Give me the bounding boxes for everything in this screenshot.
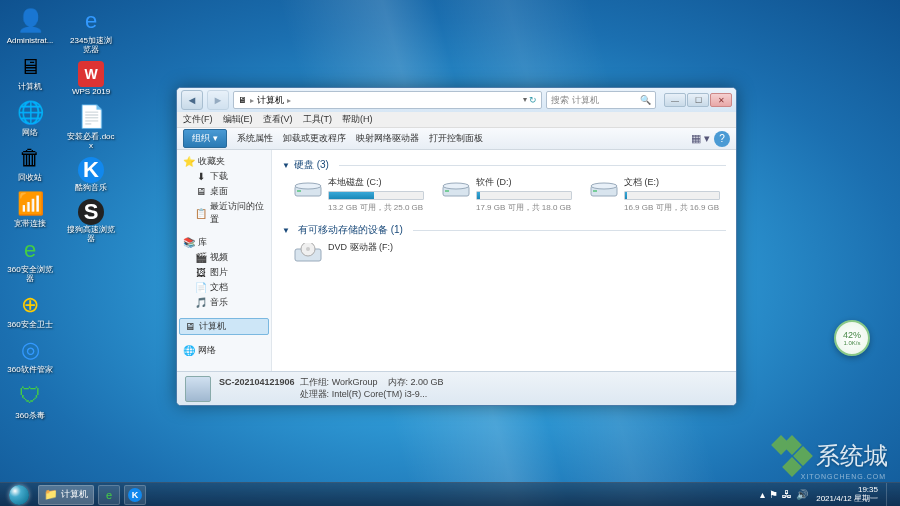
toolbar-properties[interactable]: 系统属性 (237, 132, 273, 145)
sidebar-network[interactable]: 🌐网络 (179, 343, 269, 358)
menu-tools[interactable]: 工具(T) (303, 113, 333, 126)
desktop-icon-360browser[interactable]: e360安全浏览器 (4, 233, 56, 286)
menu-edit[interactable]: 编辑(E) (223, 113, 253, 126)
drive-e[interactable]: 文档 (E:) 16.9 GB 可用，共 16.9 GB (590, 176, 720, 213)
help-icon[interactable]: ? (714, 131, 730, 147)
taskbar-pin-browser[interactable]: e (98, 485, 120, 505)
show-desktop-button[interactable] (886, 483, 894, 507)
desktop-icon-sogou[interactable]: S搜狗高速浏览器 (65, 197, 117, 246)
chevron-right-icon: ▸ (287, 96, 291, 105)
desktop-icon-admin[interactable]: 👤Administrat... (4, 4, 56, 48)
drive-usage-bar (624, 191, 720, 200)
menu-help[interactable]: 帮助(H) (342, 113, 373, 126)
computer-icon: 🖥 (184, 321, 196, 333)
taskbar-pin-kugou[interactable]: K (124, 485, 146, 505)
toolbar-control-panel[interactable]: 打开控制面板 (429, 132, 483, 145)
desktop-icon-recycle[interactable]: 🗑回收站 (4, 141, 56, 185)
organize-button[interactable]: 组织 ▾ (183, 129, 227, 148)
drive-capacity: 16.9 GB 可用，共 16.9 GB (624, 202, 720, 213)
wps-icon: W (78, 61, 104, 87)
sidebar-videos[interactable]: 🎬视频 (179, 250, 269, 265)
svg-rect-1 (297, 190, 301, 192)
maximize-button[interactable]: ☐ (687, 93, 709, 107)
refresh-icon[interactable]: ↻ (529, 95, 537, 105)
desktop-icon-360safe[interactable]: ⊕360安全卫士 (4, 288, 56, 332)
desktop-icon-360av[interactable]: 🛡360杀毒 (4, 379, 56, 423)
desktop-icon-network[interactable]: 🌐网络 (4, 96, 56, 140)
download-icon: ⬇ (195, 171, 207, 183)
search-placeholder: 搜索 计算机 (551, 94, 599, 107)
music-icon: K (78, 157, 104, 183)
shield-icon: ⊕ (15, 290, 45, 320)
hdd-icon (442, 176, 470, 200)
triangle-down-icon: ▼ (282, 226, 290, 235)
desktop-icon-2345[interactable]: e2345加速浏览器 (65, 4, 117, 57)
sidebar-music[interactable]: 🎵音乐 (179, 295, 269, 310)
drive-d[interactable]: 软件 (D:) 17.9 GB 可用，共 18.0 GB (442, 176, 572, 213)
explorer-window: ◄ ► 🖥 ▸ 计算机 ▸ ▾ ↻ 搜索 计算机 🔍 — ☐ ✕ 文件(F) 编… (176, 87, 737, 406)
desktop: 👤Administrat... 🖥计算机 🌐网络 🗑回收站 📶宽带连接 e360… (4, 4, 124, 474)
svg-point-8 (591, 183, 617, 189)
drive-dvd[interactable]: DVD 驱动器 (F:) (294, 241, 424, 265)
desktop-icon-wps[interactable]: WWPS 2019 (65, 59, 117, 99)
sidebar-documents[interactable]: 📄文档 (179, 280, 269, 295)
picture-icon: 🖼 (195, 267, 207, 279)
menu-view[interactable]: 查看(V) (263, 113, 293, 126)
library-icon: 📚 (183, 237, 195, 249)
sidebar-libraries[interactable]: 📚库 (179, 235, 269, 250)
start-button[interactable] (2, 484, 36, 506)
speed-widget[interactable]: 42% 1.0K/s (834, 320, 870, 356)
drive-capacity: 13.2 GB 可用，共 25.0 GB (328, 202, 424, 213)
sidebar-favorites[interactable]: ⭐收藏夹 (179, 154, 269, 169)
taskbar-clock[interactable]: 19:35 2021/4/12 星期一 (812, 486, 882, 504)
drive-c[interactable]: 本地磁盘 (C:) 13.2 GB 可用，共 25.0 GB (294, 176, 424, 213)
content-pane: ▼硬盘 (3) 本地磁盘 (C:) 13.2 GB 可用，共 25.0 GB 软… (272, 150, 736, 371)
back-button[interactable]: ◄ (181, 90, 203, 110)
volume-icon[interactable]: 🔊 (796, 489, 808, 500)
triangle-down-icon: ▼ (282, 161, 290, 170)
svg-rect-4 (445, 190, 449, 192)
recent-icon: 📋 (195, 207, 207, 219)
system-tray: ▴ ⚑ 🖧 🔊 19:35 2021/4/12 星期一 (756, 483, 898, 507)
watermark: 系统城 (774, 438, 888, 474)
gear-icon: ◎ (15, 335, 45, 365)
sidebar-downloads[interactable]: ⬇下载 (179, 169, 269, 184)
drive-capacity: 17.9 GB 可用，共 18.0 GB (476, 202, 572, 213)
close-button[interactable]: ✕ (710, 93, 732, 107)
search-input[interactable]: 搜索 计算机 🔍 (546, 91, 656, 109)
menu-file[interactable]: 文件(F) (183, 113, 213, 126)
flag-icon[interactable]: ⚑ (769, 489, 778, 500)
music-icon: K (128, 488, 142, 502)
address-segment[interactable]: 计算机 (257, 94, 284, 107)
category-hdd[interactable]: ▼硬盘 (3) (282, 158, 726, 172)
network-icon[interactable]: 🖧 (782, 489, 792, 500)
clock-date: 2021/4/12 星期一 (816, 495, 878, 504)
network-icon: 🌐 (15, 98, 45, 128)
music-icon: 🎵 (195, 297, 207, 309)
minimize-button[interactable]: — (664, 93, 686, 107)
taskbar-app-explorer[interactable]: 📁计算机 (38, 485, 94, 505)
desktop-icon-computer[interactable]: 🖥计算机 (4, 50, 56, 94)
category-removable[interactable]: ▼有可移动存储的设备 (1) (282, 223, 726, 237)
forward-button[interactable]: ► (207, 90, 229, 110)
watermark-text: 系统城 (816, 440, 888, 472)
sidebar-pictures[interactable]: 🖼图片 (179, 265, 269, 280)
desktop-icon-doc[interactable]: 📄安装必看.docx (65, 100, 117, 153)
view-options-icon[interactable]: ▦ ▾ (691, 132, 710, 145)
address-bar[interactable]: 🖥 ▸ 计算机 ▸ ▾ ↻ (233, 91, 542, 109)
sidebar-computer[interactable]: 🖥计算机 (179, 318, 269, 335)
toolbar-uninstall[interactable]: 卸载或更改程序 (283, 132, 346, 145)
drive-usage-bar (328, 191, 424, 200)
sidebar-recent[interactable]: 📋最近访问的位置 (179, 199, 269, 227)
computer-icon: 🖥 (238, 95, 247, 105)
toolbar-map-drive[interactable]: 映射网络驱动器 (356, 132, 419, 145)
desktop-icon-360soft[interactable]: ◎360软件管家 (4, 333, 56, 377)
hdd-icon (590, 176, 618, 200)
tray-up-icon[interactable]: ▴ (760, 489, 765, 500)
dropdown-icon[interactable]: ▾ (523, 95, 527, 105)
desktop-icon-broadband[interactable]: 📶宽带连接 (4, 187, 56, 231)
sidebar-desktop[interactable]: 🖥桌面 (179, 184, 269, 199)
menubar: 文件(F) 编辑(E) 查看(V) 工具(T) 帮助(H) (177, 112, 736, 128)
chevron-right-icon: ▸ (250, 96, 254, 105)
desktop-icon-kugou[interactable]: K酷狗音乐 (65, 155, 117, 195)
